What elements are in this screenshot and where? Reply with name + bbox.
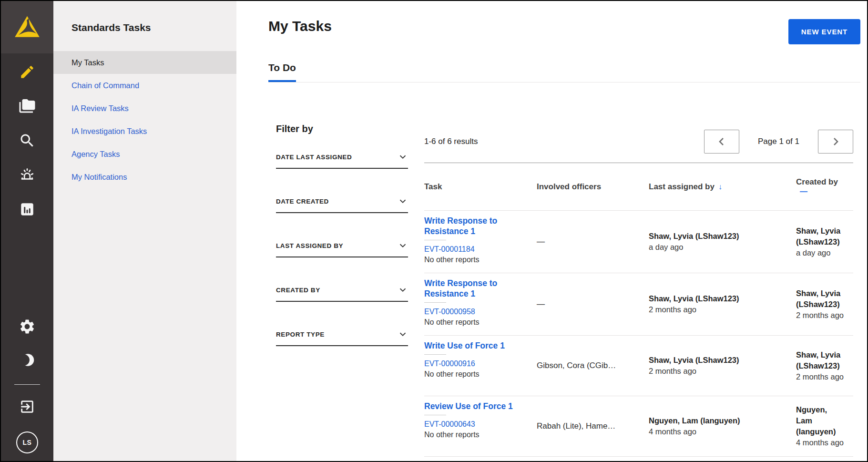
assigned-when: 2 months ago (649, 304, 787, 315)
involved-officers-cell: — (537, 237, 649, 246)
event-id-link[interactable]: EVT-00000643 (424, 419, 528, 430)
folders-icon[interactable] (1, 95, 53, 118)
created-by-cell: Shaw, Lyvia (LShaw123) 2 months ago (796, 288, 853, 321)
last-assigned-by-cell: Shaw, Lyvia (LShaw123) 2 months ago (649, 355, 796, 377)
results-count: 1-6 of 6 results (424, 137, 478, 146)
sidebar-item-agency-tasks[interactable]: Agency Tasks (53, 143, 236, 165)
tab-bar: To Do (268, 62, 860, 82)
tab-to-do[interactable]: To Do (268, 62, 296, 82)
involved-officers-cell: Rabah (Lite), Hame… (537, 421, 649, 431)
page-title: My Tasks (268, 18, 332, 34)
created-by-name: Shaw, Lyvia (LShaw123) (796, 226, 845, 247)
filter-created-by[interactable]: CREATED BY (276, 285, 408, 302)
created-by-name: Shaw, Lyvia (LShaw123) (796, 288, 845, 310)
last-assigned-by-cell: Shaw, Lyvia (LShaw123) 2 months ago (649, 293, 796, 315)
sidebar-item-my-tasks[interactable]: My Tasks (53, 51, 236, 74)
column-header-task[interactable]: Task (424, 182, 537, 192)
next-page-button[interactable] (818, 130, 853, 154)
filter-list: DATE LAST ASSIGNED DATE CREATED LAST ASS… (276, 152, 408, 346)
settings-gear-icon[interactable] (1, 315, 53, 338)
previous-page-button[interactable] (704, 130, 739, 154)
chevron-down-icon (398, 196, 408, 206)
task-table-body: Write Response to Resistance 1 EVT-00001… (424, 211, 853, 457)
table-row: Write Response to Resistance 1 EVT-00000… (424, 273, 853, 336)
column-header-involved-officers[interactable]: Involved officers (537, 182, 649, 192)
siren-alert-icon[interactable] (1, 164, 53, 187)
chevron-down-icon (398, 285, 408, 295)
table-header-row: Task Involved officers Last assigned by↓… (424, 163, 853, 211)
filter-date-last-assigned[interactable]: DATE LAST ASSIGNED (276, 152, 408, 169)
created-by-name: Shaw, Lyvia (LShaw123) (796, 349, 845, 371)
edit-pencil-icon[interactable] (1, 61, 53, 83)
brand-triangle-logo[interactable] (1, 1, 53, 53)
module-sidebar: Standards Tasks My TasksChain of Command… (53, 1, 236, 461)
task-note: No other reports (424, 317, 528, 328)
chevron-right-icon (830, 136, 841, 147)
created-when: 4 months ago (796, 437, 845, 448)
brand-triangle-logo-graphic (12, 12, 42, 42)
bar-chart-icon[interactable] (1, 198, 53, 221)
results-header: 1-6 of 6 results Page 1 of 1 (424, 130, 853, 154)
column-header-created-by[interactable]: Created by— (796, 177, 853, 196)
involved-officers-cell: — (537, 299, 649, 309)
task-divider (424, 240, 446, 240)
created-by-name: Nguyen, Lam (languyen) (796, 404, 845, 437)
avatar-initials: LS (23, 439, 32, 446)
chevron-down-icon (398, 152, 408, 162)
pagination: Page 1 of 1 (704, 130, 853, 154)
event-id-link[interactable]: EVT-00001184 (424, 244, 528, 255)
chevron-down-icon (398, 240, 408, 251)
assigned-when: 4 months ago (649, 426, 787, 437)
task-note: No other reports (424, 430, 528, 440)
task-note: No other reports (424, 369, 528, 380)
task-title-link[interactable]: Write Response to Resistance 1 (424, 278, 528, 299)
user-avatar[interactable]: LS (1, 431, 53, 453)
task-cell: Write Response to Resistance 1 EVT-00001… (424, 211, 537, 273)
main-content: My Tasks NEW EVENT To Do Filter by DATE … (236, 1, 867, 461)
search-icon[interactable] (1, 129, 53, 152)
new-event-button[interactable]: NEW EVENT (788, 19, 860, 44)
filter-date-created[interactable]: DATE CREATED (276, 196, 408, 213)
task-title-link[interactable]: Review Use of Force 1 (424, 401, 528, 411)
task-cell: Write Response to Resistance 1 EVT-00000… (424, 273, 537, 335)
task-title-link[interactable]: Write Response to Resistance 1 (424, 216, 528, 236)
table-row: Write Response to Resistance 1 EVT-00001… (424, 211, 853, 273)
sort-desc-icon: ↓ (718, 183, 722, 191)
sort-none-icon: — (800, 187, 807, 195)
icon-rail: LS (1, 1, 53, 461)
column-header-last-assigned-by[interactable]: Last assigned by↓ (649, 182, 796, 192)
event-id-link[interactable]: EVT-00000916 (424, 359, 528, 369)
chevron-down-icon (398, 329, 408, 339)
main-header: My Tasks NEW EVENT (268, 1, 860, 44)
chevron-left-icon (716, 136, 727, 147)
last-assigned-by-cell: Nguyen, Lam (languyen) 4 months ago (649, 415, 796, 437)
dark-mode-moon-icon[interactable] (1, 349, 53, 371)
sidebar-item-ia-review-tasks[interactable]: IA Review Tasks (53, 97, 236, 120)
filter-report-type[interactable]: REPORT TYPE (276, 329, 408, 346)
table-row: Write Use of Force 1 EVT-00000916 No oth… (424, 336, 853, 396)
task-cell: Write Use of Force 1 EVT-00000916 No oth… (424, 336, 537, 387)
task-divider (424, 415, 446, 415)
assigned-when: a day ago (649, 242, 787, 253)
sidebar-item-my-notifications[interactable]: My Notifications (53, 165, 236, 188)
assigned-by-name: Shaw, Lyvia (LShaw123) (649, 293, 787, 304)
involved-officers-cell: Gibson, Cora (CGib… (537, 361, 649, 370)
task-divider (424, 302, 446, 303)
created-when: 2 months ago (796, 310, 845, 321)
sidebar-item-ia-investigation-tasks[interactable]: IA Investigation Tasks (53, 120, 236, 143)
filters-heading: Filter by (276, 123, 408, 134)
created-by-cell: Shaw, Lyvia (LShaw123) 2 months ago (796, 349, 853, 382)
sign-out-icon[interactable] (1, 395, 53, 418)
app-window: LS Standards Tasks My TasksChain of Comm… (0, 0, 868, 462)
event-id-link[interactable]: EVT-00000958 (424, 307, 528, 317)
filter-last-assigned-by[interactable]: LAST ASSIGNED BY (276, 240, 408, 257)
sidebar-item-chain-of-command[interactable]: Chain of Command (53, 74, 236, 97)
assigned-by-name: Shaw, Lyvia (LShaw123) (649, 355, 787, 366)
task-cell: Review Use of Force 1 EVT-00000643 No ot… (424, 396, 537, 448)
sidebar-title: Standards Tasks (53, 1, 236, 33)
task-note: No other reports (424, 255, 528, 265)
content-row: Filter by DATE LAST ASSIGNED DATE CREATE… (268, 123, 860, 457)
task-title-link[interactable]: Write Use of Force 1 (424, 340, 528, 351)
results-panel: 1-6 of 6 results Page 1 of 1 Task In (424, 123, 853, 457)
task-divider (424, 354, 446, 355)
